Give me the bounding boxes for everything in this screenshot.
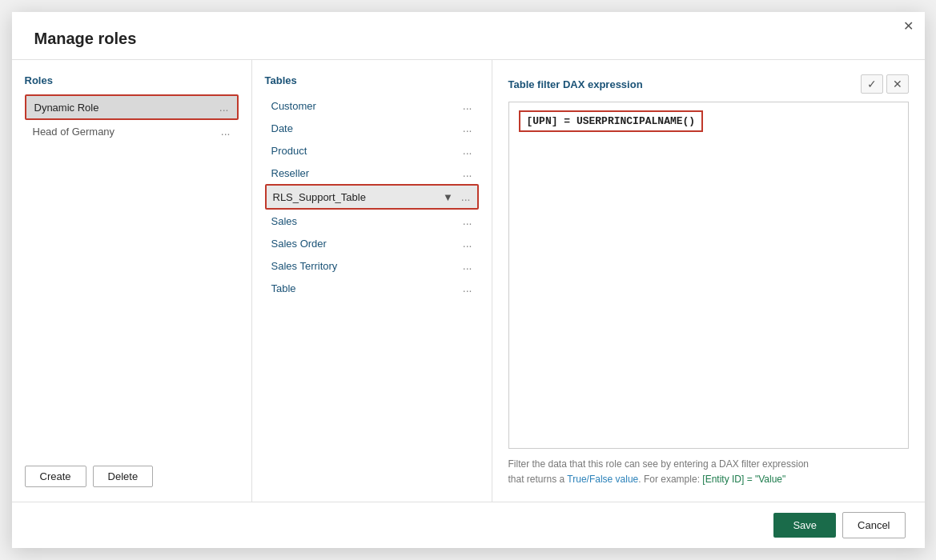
table-item-sales[interactable]: Sales ... xyxy=(265,210,479,232)
dax-panel: Table filter DAX expression ✓ ✕ [UPN] = … xyxy=(492,60,925,502)
hint-example: [Entity ID] = "Value" xyxy=(702,474,785,485)
table-menu[interactable]: ... xyxy=(463,99,472,112)
hint-true-false: True/False value xyxy=(567,474,638,485)
table-name: Product xyxy=(271,145,458,157)
table-item-sales-order[interactable]: Sales Order ... xyxy=(265,232,479,254)
manage-roles-dialog: ✕ Manage roles Roles Dynamic Role ... He… xyxy=(12,12,925,548)
role-item-dynamic-role[interactable]: Dynamic Role ... xyxy=(25,94,239,120)
role-item-menu[interactable]: ... xyxy=(219,101,229,114)
table-item-table[interactable]: Table ... xyxy=(265,277,479,299)
role-buttons: Create Delete xyxy=(25,466,239,487)
tables-list: Customer ... Date ... Product ... Resell… xyxy=(265,94,479,299)
table-name: RLS_Support_Table xyxy=(273,191,443,203)
role-item-head-of-germany[interactable]: Head of Germany ... xyxy=(25,120,239,142)
dax-hint: Filter the data that this role can see b… xyxy=(508,457,909,487)
close-button[interactable]: ✕ xyxy=(903,20,914,33)
table-name: Table xyxy=(271,282,458,294)
roles-list: Dynamic Role ... Head of Germany ... xyxy=(25,94,239,453)
tables-panel: Tables Customer ... Date ... Product ...… xyxy=(252,60,492,502)
dialog-title: Manage roles xyxy=(12,12,925,59)
dax-expression-area[interactable]: [UPN] = USERPRINCIPALNAME() xyxy=(508,102,909,449)
dax-actions: ✓ ✕ xyxy=(861,74,909,94)
role-item-menu[interactable]: ... xyxy=(221,125,231,138)
dialog-body: Roles Dynamic Role ... Head of Germany .… xyxy=(12,59,925,502)
dax-panel-title: Table filter DAX expression xyxy=(508,78,643,90)
table-menu[interactable]: ... xyxy=(463,144,472,157)
save-button[interactable]: Save xyxy=(773,513,836,538)
create-button[interactable]: Create xyxy=(25,466,86,487)
table-menu[interactable]: ... xyxy=(463,214,472,227)
table-menu[interactable]: ... xyxy=(463,237,472,250)
table-name: Sales Territory xyxy=(271,260,458,272)
table-name: Sales Order xyxy=(271,238,458,250)
dax-hint-line1: Filter the data that this role can see b… xyxy=(508,458,809,470)
table-menu[interactable]: ... xyxy=(461,190,471,203)
table-item-product[interactable]: Product ... xyxy=(265,139,479,162)
table-menu[interactable]: ... xyxy=(463,259,472,272)
table-name: Customer xyxy=(271,100,458,112)
role-item-name: Head of Germany xyxy=(33,126,216,138)
dialog-footer: Save Cancel xyxy=(12,502,925,548)
table-menu[interactable]: ... xyxy=(463,166,472,179)
delete-button[interactable]: Delete xyxy=(93,466,154,487)
dax-cancel-button[interactable]: ✕ xyxy=(886,74,909,94)
roles-panel: Roles Dynamic Role ... Head of Germany .… xyxy=(12,60,252,502)
dax-expression-text: [UPN] = USERPRINCIPALNAME() xyxy=(519,110,704,132)
table-name: Reseller xyxy=(271,167,458,179)
table-item-customer[interactable]: Customer ... xyxy=(265,94,479,117)
tables-panel-label: Tables xyxy=(265,74,479,86)
roles-panel-label: Roles xyxy=(25,74,239,86)
dax-confirm-button[interactable]: ✓ xyxy=(861,74,883,94)
table-item-sales-territory[interactable]: Sales Territory ... xyxy=(265,254,479,277)
dax-header: Table filter DAX expression ✓ ✕ xyxy=(508,74,909,94)
table-item-date[interactable]: Date ... xyxy=(265,117,479,139)
table-item-reseller[interactable]: Reseller ... xyxy=(265,162,479,184)
table-menu[interactable]: ... xyxy=(463,282,472,294)
table-name: Sales xyxy=(271,215,458,227)
table-item-rls-support-table[interactable]: RLS_Support_Table ▼ ... xyxy=(265,184,479,210)
role-item-name: Dynamic Role xyxy=(34,102,215,114)
cancel-button[interactable]: Cancel xyxy=(842,512,905,538)
dax-hint-line2: that returns a True/False value. For exa… xyxy=(508,474,786,485)
table-name: Date xyxy=(271,122,458,134)
table-menu[interactable]: ... xyxy=(463,122,472,134)
filter-icon: ▼ xyxy=(443,191,453,203)
